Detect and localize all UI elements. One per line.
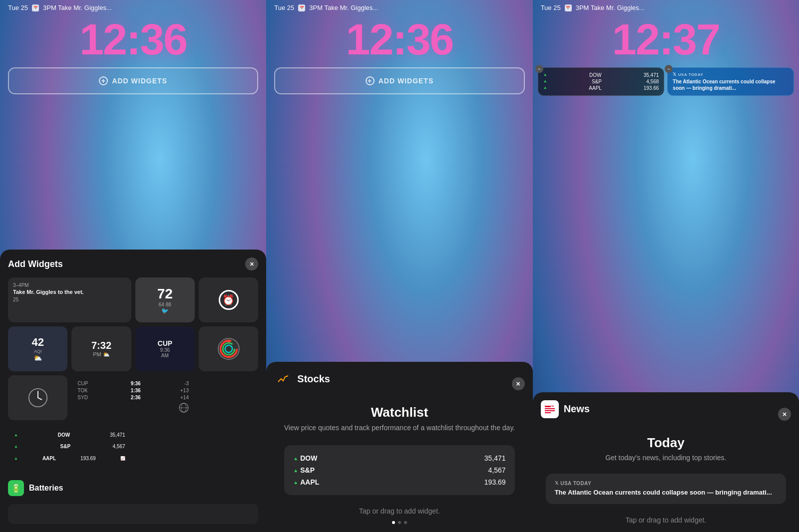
- battery-label: Batteries: [29, 484, 63, 493]
- svg-point-3: [227, 340, 230, 342]
- add-widgets-btn-2[interactable]: + ADD WIDGETS: [274, 67, 524, 94]
- phone-panel-3: Tue 25 📅 3PM Take Mr. Giggles... 12:37 −…: [533, 0, 799, 532]
- news-headline-preview: The Atlantic Ocean currents could collap…: [555, 488, 777, 497]
- prev-name-dow: DOW: [300, 454, 317, 462]
- wc-diff-2: +13: [179, 388, 189, 393]
- status-date-2: Tue 25: [274, 4, 294, 11]
- widget-arrow[interactable]: [199, 326, 258, 371]
- cup-ampm: AM: [161, 353, 169, 358]
- ts-price-dow: 35,471: [644, 72, 659, 78]
- wc-city-1: CUP: [77, 381, 92, 386]
- widget-weather[interactable]: 72 64 88 🐦: [135, 277, 195, 322]
- stock-arrow-dow: ▲: [14, 433, 18, 437]
- battery-icon: 🔋: [8, 480, 24, 496]
- aqi-weather: ⛅: [33, 354, 42, 362]
- stocks-app-icon: [274, 370, 292, 388]
- arrow-circle: [218, 338, 240, 360]
- calendar-icon-1: 📅: [32, 4, 39, 11]
- news-cta: Tap or drag to add widget.: [541, 516, 791, 524]
- wc-time-2: 1:36: [131, 388, 141, 393]
- clock-2: 12:36: [266, 13, 532, 67]
- status-event-1: 3PM Take Mr. Giggles...: [43, 4, 112, 11]
- stock-row-aapl: ▲ AAPL 193.69 📈: [14, 456, 125, 461]
- news-n-icon: 𝕏: [673, 72, 677, 77]
- wc-row-2: TOK 1:36 +13: [77, 388, 189, 393]
- stock-arrow-sp: ▲: [14, 444, 18, 449]
- news-app-icon: N: [541, 400, 559, 418]
- stocks-description: View price quotes and track performance …: [274, 423, 524, 433]
- top-widgets: − ▲ DOW 35,471 ▲ S&P 4,568 ▲ AAPL 193.66…: [538, 67, 794, 96]
- calendar-icon-2: 📅: [298, 4, 305, 11]
- news-src-text: USA TODAY: [560, 481, 591, 486]
- temp-big: 72: [157, 286, 173, 302]
- status-event-3: 3PM Take Mr. Giggles...: [576, 4, 645, 11]
- plus-icon-2: +: [366, 76, 375, 85]
- clock-1: 12:36: [0, 13, 266, 67]
- news-headline-sm: The Atlantic Ocean currents could collap…: [673, 78, 789, 91]
- status-event-2: 3PM Take Mr. Giggles...: [309, 4, 378, 11]
- ts-price-aapl: 193.66: [644, 85, 659, 91]
- ts-arrow-dow: ▲: [543, 72, 547, 78]
- remove-stocks-btn[interactable]: −: [535, 65, 543, 73]
- wc-city-3: SYD: [77, 395, 92, 400]
- more-widget-item: [8, 504, 258, 524]
- prev-price-aapl: 193.69: [484, 478, 506, 486]
- remove-news-btn[interactable]: −: [665, 65, 673, 73]
- wc-row-1: CUP 9:36 -3: [77, 381, 189, 386]
- add-widgets-btn-1[interactable]: + ADD WIDGETS: [8, 67, 258, 94]
- wc-diff-3: +14: [179, 395, 189, 400]
- close-btn-3[interactable]: ×: [778, 408, 791, 421]
- preview-row-dow: ▲ DOW 35,471: [293, 452, 505, 464]
- svg-line-6: [38, 398, 41, 400]
- stocks-preview: ▲ DOW 35,471 ▲ S&P 4,567 ▲ AAPL 193.69: [284, 445, 514, 495]
- prev-arrow-sp: ▲: [293, 468, 298, 473]
- ts-name-dow: DOW: [589, 72, 601, 78]
- widget-time[interactable]: 7:32 PM ⛅: [71, 326, 131, 371]
- stock-name-sp: S&P: [60, 444, 70, 449]
- ts-name-sp: S&P: [592, 79, 602, 84]
- stock-price-aapl: 193.69: [80, 456, 96, 461]
- wc-time-1: 9:36: [131, 381, 141, 386]
- widget-stocks-1[interactable]: ▲ DOW 35,471 ▲ S&P 4,567 ▲ AAPL 193.69 📈: [8, 424, 131, 469]
- status-date-3: Tue 25: [541, 4, 561, 11]
- globe-icon: [179, 403, 189, 413]
- widget-worldclock[interactable]: CUP 9:36 -3 TOK 1:36 +13 SYD 2:36 +14: [71, 375, 195, 420]
- bottom-sheet-1: Add Widgets × 3–4PM Take Mr. Giggles to …: [0, 250, 266, 532]
- dot-3: [404, 521, 407, 524]
- prev-price-dow: 35,471: [484, 454, 506, 462]
- news-src-sm: 𝕏 USA TODAY: [673, 72, 789, 77]
- top-stock-aapl: ▲ AAPL 193.66: [543, 85, 659, 91]
- widget-calendar[interactable]: 3–4PM Take Mr. Giggles to the vet. 25: [8, 277, 131, 322]
- ts-price-sp: 4,568: [646, 79, 659, 84]
- sheet-title-1: Add Widgets: [8, 259, 63, 269]
- phone-panel-2: Tue 25 📅 3PM Take Mr. Giggles... 12:36 +…: [266, 0, 532, 532]
- ts-arrow-aapl: ▲: [543, 85, 547, 91]
- news-sheet-header: N News ×: [541, 400, 791, 428]
- plus-icon-1: +: [99, 76, 108, 85]
- widget-cup[interactable]: CUP 9:36 AM: [135, 326, 195, 371]
- wc-diff-1: -3: [179, 381, 189, 386]
- wc-city-2: TOK: [77, 388, 92, 393]
- stocks-cta: Tap or drag to add widget.: [274, 507, 524, 515]
- prev-name-sp: S&P: [300, 466, 315, 474]
- aqi-number: 42: [31, 336, 43, 349]
- stock-row-sp: ▲ S&P 4,567: [14, 444, 125, 449]
- news-description: Get today's news, including top stories.: [541, 454, 791, 462]
- close-btn-1[interactable]: ×: [245, 258, 258, 270]
- ts-arrow-sp: ▲: [543, 79, 547, 84]
- dot-1: [392, 521, 395, 524]
- status-bar-2: Tue 25 📅 3PM Take Mr. Giggles...: [266, 0, 532, 13]
- cal-date: 25: [13, 297, 126, 302]
- status-bar-1: Tue 25 📅 3PM Take Mr. Giggles...: [0, 0, 266, 13]
- close-btn-2[interactable]: ×: [512, 377, 525, 390]
- stock-name-aapl: AAPL: [42, 456, 56, 461]
- status-bar-3: Tue 25 📅 3PM Take Mr. Giggles...: [533, 0, 799, 13]
- batteries-item[interactable]: 🔋 Batteries: [8, 475, 258, 501]
- temp-range: 64 88: [159, 302, 171, 307]
- prev-arrow-dow: ▲: [293, 456, 298, 461]
- alarm-icon: ⏰: [219, 290, 239, 310]
- widget-aqi[interactable]: 42 AQI ⛅: [8, 326, 67, 371]
- widget-alarm[interactable]: ⏰: [199, 277, 258, 322]
- widget-clock-small[interactable]: [8, 375, 67, 420]
- stocks-app-header: Stocks: [274, 370, 330, 388]
